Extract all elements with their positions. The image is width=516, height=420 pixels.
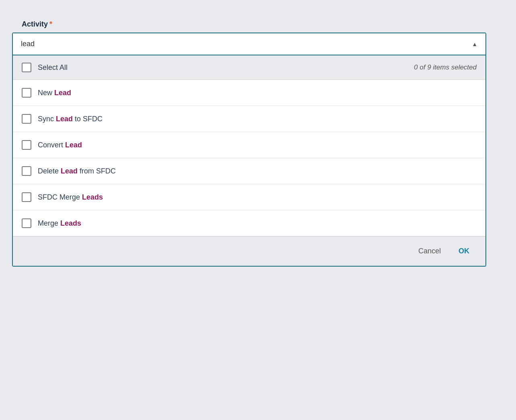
field-label-text: Activity <box>22 20 48 28</box>
item-checkbox-sync-lead[interactable] <box>22 114 31 124</box>
list-item[interactable]: New Lead <box>13 80 485 106</box>
footer-row: Cancel OK <box>13 236 485 266</box>
item-label-merge-leads: Merge Leads <box>38 219 81 228</box>
search-value: lead <box>21 40 35 48</box>
items-list: New Lead Sync Lead to SFDC Convert Lead … <box>13 80 485 236</box>
required-indicator: * <box>49 20 52 28</box>
search-bar[interactable]: lead ▲ <box>13 33 485 55</box>
chevron-up-icon: ▲ <box>472 41 477 47</box>
item-label-delete-lead: Delete Lead from SFDC <box>38 167 116 175</box>
select-all-checkbox[interactable] <box>22 63 31 72</box>
list-item[interactable]: Delete Lead from SFDC <box>13 158 485 184</box>
item-checkbox-sfdc-merge-leads[interactable] <box>22 192 31 202</box>
cancel-button[interactable]: Cancel <box>414 245 446 258</box>
item-label-new-lead: New Lead <box>38 89 71 97</box>
activity-dropdown-dialog: lead ▲ Select All 0 of 9 items selected … <box>12 33 486 267</box>
item-checkbox-new-lead[interactable] <box>22 88 31 98</box>
item-label-convert-lead: Convert Lead <box>38 141 82 149</box>
item-checkbox-convert-lead[interactable] <box>22 140 31 150</box>
items-count: 0 of 9 items selected <box>414 63 477 71</box>
item-label-sfdc-merge-leads: SFDC Merge Leads <box>38 193 103 202</box>
select-all-label: Select All <box>38 63 68 72</box>
list-item[interactable]: Merge Leads <box>13 210 485 236</box>
field-label: Activity* <box>12 12 504 33</box>
select-all-left: Select All <box>22 63 68 72</box>
item-checkbox-merge-leads[interactable] <box>22 218 31 228</box>
list-item[interactable]: Convert Lead <box>13 132 485 158</box>
list-item[interactable]: SFDC Merge Leads <box>13 184 485 210</box>
ok-button[interactable]: OK <box>454 245 474 258</box>
item-checkbox-delete-lead[interactable] <box>22 166 31 176</box>
item-label-sync-lead: Sync Lead to SFDC <box>38 115 102 123</box>
list-item[interactable]: Sync Lead to SFDC <box>13 106 485 132</box>
select-all-row[interactable]: Select All 0 of 9 items selected <box>13 55 485 80</box>
